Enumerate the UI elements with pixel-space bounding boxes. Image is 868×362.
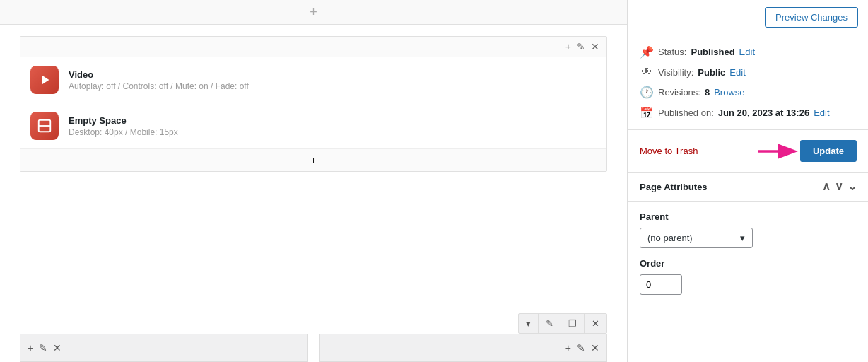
empty-space-block-title: Empty Space (69, 115, 178, 126)
bottom-toolbars: + ✎ ✕ + ✎ ✕ (0, 334, 627, 362)
parent-select-chevron-icon: ▾ (740, 233, 745, 243)
published-edit-link[interactable]: Edit (814, 107, 829, 118)
status-row: 📌 Status: Published Edit (640, 45, 857, 59)
preview-changes-button[interactable]: Preview Changes (765, 7, 858, 28)
add-block-footer-button[interactable]: + (311, 155, 317, 165)
block-section-footer: + (20, 149, 606, 171)
published-label: Published on: (658, 107, 714, 118)
page-attributes-expand-button[interactable]: ⌄ (848, 181, 857, 192)
revisions-browse-link[interactable]: Browse (714, 87, 744, 98)
sidebar-header: Preview Changes (628, 0, 868, 35)
sidebar: Preview Changes 📌 Status: Published Edit… (628, 0, 868, 362)
page-attributes-body: Parent (no parent) ▾ Order (628, 202, 868, 305)
video-block-title: Video (69, 69, 249, 80)
video-play-icon (37, 72, 52, 88)
page-attributes-controls: ∧ ∨ ⌄ (822, 181, 857, 192)
video-block-info: Video Autoplay: off / Controls: off / Mu… (69, 69, 249, 91)
copy-button[interactable]: ❐ (561, 314, 585, 333)
bottom-left-close-button[interactable]: ✕ (53, 342, 61, 354)
publish-box: 📌 Status: Published Edit 👁 Visibility: P… (628, 35, 868, 130)
video-block-icon (30, 66, 59, 94)
parent-select[interactable]: (no parent) ▾ (640, 228, 753, 248)
bottom-right-toolbar: + ✎ ✕ (319, 334, 608, 362)
block-close-icon[interactable]: ✕ (591, 41, 599, 52)
empty-space-icon (37, 118, 52, 134)
editor-area: + + ✎ ✕ Video Autoplay: off / Controls: … (0, 0, 628, 362)
empty-space-block-item: Empty Space Desktop: 40px / Mobile: 15px (20, 103, 606, 149)
update-button[interactable]: Update (800, 140, 857, 162)
move-to-trash-link[interactable]: Move to Trash (640, 146, 698, 156)
video-block-item: Video Autoplay: off / Controls: off / Mu… (20, 57, 606, 103)
page-attributes-header: Page Attributes ∧ ∨ ⌄ (628, 173, 868, 202)
bottom-right-edit-button[interactable]: ✎ (577, 342, 585, 354)
status-value: Published (691, 47, 734, 57)
add-row-top: + (0, 0, 627, 25)
arrow-container: Update (758, 140, 857, 162)
action-row: Move to Trash Update (628, 130, 868, 173)
visibility-icon: 👁 (640, 66, 654, 78)
parent-select-value: (no parent) (647, 233, 693, 243)
block-edit-icon[interactable]: ✎ (577, 41, 585, 52)
published-value: Jun 20, 2023 at 13:26 (718, 107, 809, 118)
page-attributes-collapse-button[interactable]: ∧ (822, 181, 831, 192)
visibility-edit-link[interactable]: Edit (729, 67, 745, 78)
block-section: + ✎ ✕ Video Autoplay: off / Controls: of… (20, 36, 607, 172)
page-attributes-title: Page Attributes (640, 182, 708, 192)
published-row: 📅 Published on: Jun 20, 2023 at 13:26 Ed… (640, 106, 857, 119)
edit-button[interactable]: ✎ (539, 314, 561, 333)
bottom-left-edit-button[interactable]: ✎ (39, 342, 47, 354)
parent-label: Parent (640, 211, 857, 222)
add-block-top-button[interactable]: + (310, 6, 317, 18)
revisions-row: 🕐 Revisions: 8 Browse (640, 86, 857, 99)
bottom-right-add-button[interactable]: + (565, 342, 571, 354)
revisions-value: 8 (705, 87, 710, 98)
block-section-header: + ✎ ✕ (20, 37, 606, 57)
order-label: Order (640, 258, 857, 269)
status-edit-link[interactable]: Edit (739, 47, 755, 57)
bottom-right-close-button[interactable]: ✕ (591, 342, 599, 354)
close-floating-button[interactable]: ✕ (585, 314, 606, 333)
status-icon: 📌 (640, 45, 654, 59)
bottom-left-add-button[interactable]: + (28, 342, 33, 354)
empty-space-block-icon (30, 112, 59, 140)
block-add-icon[interactable]: + (565, 41, 571, 52)
visibility-row: 👁 Visibility: Public Edit (640, 66, 857, 78)
order-input[interactable] (640, 274, 682, 295)
empty-space-block-info: Empty Space Desktop: 40px / Mobile: 15px (69, 115, 178, 137)
page-attributes-chevron-down-button[interactable]: ∨ (835, 181, 843, 192)
pink-arrow-icon (758, 141, 800, 161)
revisions-icon: 🕐 (640, 86, 654, 99)
floating-toolbar: ▾ ✎ ❐ ✕ (518, 313, 607, 334)
visibility-value: Public (698, 67, 725, 78)
revisions-label: Revisions: (658, 87, 700, 98)
published-icon: 📅 (640, 106, 654, 119)
visibility-label: Visibility: (658, 67, 693, 78)
video-block-meta: Autoplay: off / Controls: off / Mute: on… (69, 81, 249, 91)
status-label: Status: (658, 47, 686, 57)
empty-space-block-meta: Desktop: 40px / Mobile: 15px (69, 127, 178, 137)
dropdown-button[interactable]: ▾ (519, 314, 539, 333)
bottom-left-toolbar: + ✎ ✕ (20, 334, 308, 362)
